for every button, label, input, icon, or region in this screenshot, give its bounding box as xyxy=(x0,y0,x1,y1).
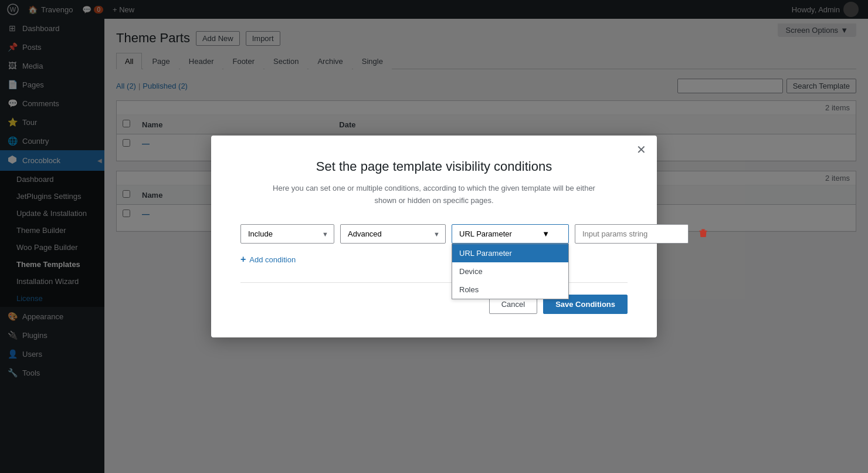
url-param-label: URL Parameter xyxy=(459,229,512,238)
modal-title: Set the page template visibility conditi… xyxy=(240,159,628,174)
url-param-dropdown: URL Parameter Device Roles xyxy=(452,244,569,299)
option-roles[interactable]: Roles xyxy=(452,281,568,299)
option-url-parameter[interactable]: URL Parameter xyxy=(452,244,568,262)
delete-condition-button[interactable] xyxy=(694,224,712,245)
modal-footer: Cancel Save Conditions xyxy=(240,295,628,314)
url-param-button[interactable]: URL Parameter ▼ xyxy=(452,224,569,244)
url-param-wrap: URL Parameter ▼ URL Parameter Device Rol… xyxy=(452,224,569,244)
modal-subtitle: Here you can set one or multiple conditi… xyxy=(240,183,628,207)
advanced-dropdown-wrap: Advanced ▼ xyxy=(340,224,446,244)
option-device[interactable]: Device xyxy=(452,262,568,281)
add-condition-button[interactable]: + Add condition xyxy=(240,254,628,265)
input-params-field[interactable] xyxy=(575,224,689,244)
modal-divider xyxy=(240,282,628,283)
include-dropdown-wrap: Include ▼ xyxy=(240,224,334,244)
modal-close-button[interactable]: ✕ xyxy=(636,144,646,156)
modal-overlay: ✕ Set the page template visibility condi… xyxy=(0,0,868,473)
add-condition-label: Add condition xyxy=(249,255,296,264)
advanced-select[interactable]: Advanced xyxy=(340,224,446,244)
modal-dialog: ✕ Set the page template visibility condi… xyxy=(211,136,657,338)
condition-row: Include ▼ Advanced ▼ URL Parameter ▼ URL… xyxy=(240,224,628,245)
add-icon: + xyxy=(240,254,246,265)
url-param-chevron-icon: ▼ xyxy=(542,229,550,238)
include-select[interactable]: Include xyxy=(240,224,334,244)
